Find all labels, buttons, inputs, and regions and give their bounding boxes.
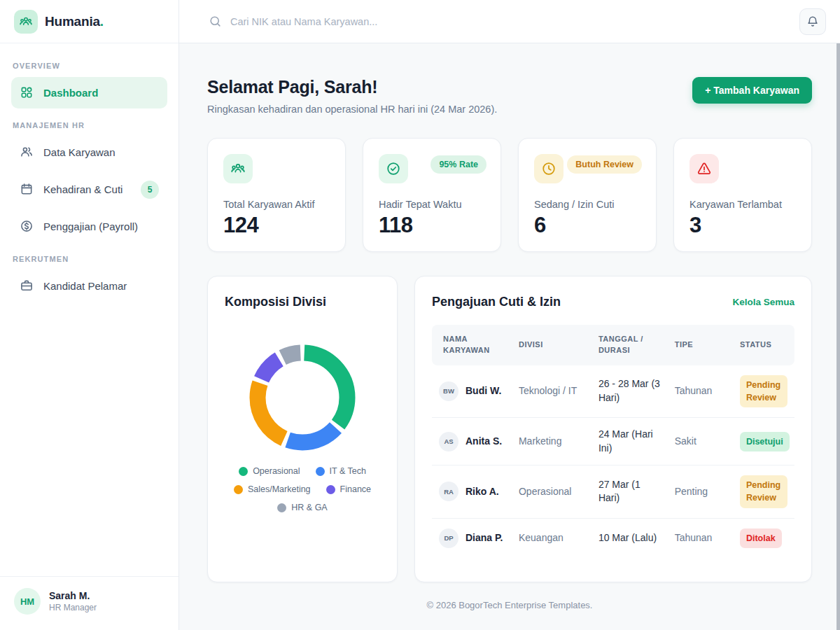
stat-label: Sedang / Izin Cuti xyxy=(534,199,640,210)
notification-count-badge: 5 xyxy=(141,181,159,199)
calendar-icon xyxy=(20,182,34,197)
division-composition-card: Komposisi Divisi OperasionalIT & TechSal… xyxy=(207,276,398,582)
table-title: Pengajuan Cuti & Izin xyxy=(432,295,561,309)
stats-grid: Total Karyawan Aktif 12495% RateHadir Te… xyxy=(207,138,812,252)
users-icon xyxy=(20,145,34,160)
legend-item-operasional: Operasional xyxy=(239,466,300,476)
check-circle-icon xyxy=(379,154,408,183)
vertical-scrollbar[interactable] xyxy=(836,43,840,630)
employee-avatar: DP xyxy=(439,528,458,548)
status-badge: Disetujui xyxy=(740,432,790,451)
date-duration-cell: 27 Mar (1 Hari) xyxy=(592,465,668,518)
main-content: Selamat Pagi, Sarah! Ringkasan kehadiran… xyxy=(179,43,840,630)
nav-section-label: OVERVIEW xyxy=(13,62,166,70)
type-cell: Sakit xyxy=(668,418,733,465)
table-row: RA Riko A. Operasional 27 Mar (1 Hari) P… xyxy=(432,465,794,518)
clock-icon xyxy=(534,154,564,183)
leave-requests-table: NAMA KARYAWANDIVISITANGGAL / DURASITIPES… xyxy=(432,325,794,558)
stat-value: 124 xyxy=(223,213,330,238)
topbar xyxy=(179,0,840,43)
legend-label: Operasional xyxy=(253,466,300,476)
notifications-button[interactable] xyxy=(799,8,826,35)
nav-section-label: MANAJEMEN HR xyxy=(13,121,166,130)
division-cell: Operasional xyxy=(512,465,592,518)
legend-item-it-tech: IT & Tech xyxy=(316,466,366,476)
column-header: DIVISI xyxy=(512,325,592,365)
division-cell: Teknologi / IT xyxy=(512,365,592,418)
leave-requests-card: Pengajuan Cuti & Izin Kelola Semua NAMA … xyxy=(414,276,812,582)
legend-label: Sales/Marketing xyxy=(248,484,311,494)
sidebar-item-data-karyawan[interactable]: Data Karyawan xyxy=(11,136,167,168)
stat-card-karyawan-terlambat: Karyawan Terlambat 3 xyxy=(673,138,812,252)
sidebar-item-kandidat-pelamar[interactable]: Kandidat Pelamar xyxy=(11,270,167,302)
search-icon xyxy=(209,15,222,28)
sidebar-nav: OVERVIEW DashboardMANAJEMEN HR Data Kary… xyxy=(0,43,178,576)
dashboard-grid-icon xyxy=(20,85,34,100)
column-header: TANGGAL / DURASI xyxy=(592,325,668,365)
sidebar-item-label: Penggajian (Payroll) xyxy=(43,218,159,234)
legend-color-dot xyxy=(234,485,243,494)
stat-value: 6 xyxy=(534,213,640,238)
employee-avatar: RA xyxy=(439,482,458,501)
warning-triangle-icon xyxy=(690,154,719,183)
employee-avatar: BW xyxy=(439,382,458,401)
sidebar-item-dashboard[interactable]: Dashboard xyxy=(11,77,167,108)
employee-name: Anita S. xyxy=(465,435,502,449)
sidebar-item-kehadiran-cuti[interactable]: Kehadiran & Cuti5 xyxy=(11,173,167,206)
legend-item-finance: Finance xyxy=(326,484,371,494)
brand-logo: Humania. xyxy=(0,0,178,43)
page-subtitle: Ringkasan kehadiran dan operasional HR h… xyxy=(207,104,497,115)
legend-label: Finance xyxy=(340,484,371,494)
page-title: Selamat Pagi, Sarah! xyxy=(207,77,497,97)
sidebar-user[interactable]: HM Sarah M. HR Manager xyxy=(0,576,178,630)
legend-item-hr-ga: HR & GA xyxy=(277,503,327,512)
employee-name: Budi W. xyxy=(465,384,501,398)
briefcase-icon xyxy=(20,279,34,293)
stat-badge: Butuh Review xyxy=(567,155,642,174)
sidebar-item-penggajian-payroll-[interactable]: Penggajian (Payroll) xyxy=(11,211,167,242)
sidebar: Humania. OVERVIEW DashboardMANAJEMEN HR … xyxy=(0,0,179,630)
nav-section-label: REKRUTMEN xyxy=(13,255,166,263)
date-duration-cell: 24 Mar (Hari Ini) xyxy=(592,418,668,465)
chart-legend: OperasionalIT & TechSales/MarketingFinan… xyxy=(225,466,380,512)
status-badge: Pending Review xyxy=(740,475,788,507)
legend-color-dot xyxy=(277,503,286,512)
status-badge: Pending Review xyxy=(740,375,788,407)
stat-card-sedang-izin-cuti: Butuh ReviewSedang / Izin Cuti 6 xyxy=(518,138,657,252)
sidebar-item-label: Kandidat Pelamar xyxy=(43,278,159,294)
legend-color-dot xyxy=(239,467,248,476)
column-header: STATUS xyxy=(733,325,794,365)
legend-item-sales-marketing: Sales/Marketing xyxy=(234,484,311,494)
stat-value: 3 xyxy=(690,213,796,238)
column-header: TIPE xyxy=(668,325,733,365)
table-row: DP Diana P. Keuangan 10 Mar (Lalu) Tahun… xyxy=(432,518,794,558)
people-group-icon xyxy=(223,154,253,183)
legend-color-dot xyxy=(316,467,325,476)
footer-copyright: © 2026 BogorTech Enterprise Templates. xyxy=(207,600,812,610)
stat-value: 118 xyxy=(379,213,485,238)
employee-name: Riko A. xyxy=(465,485,499,499)
brand-people-icon xyxy=(14,10,38,34)
chart-title: Komposisi Divisi xyxy=(225,295,380,309)
bell-icon xyxy=(806,15,819,28)
sidebar-item-label: Data Karyawan xyxy=(43,144,159,160)
manage-all-link[interactable]: Kelola Semua xyxy=(732,297,794,307)
stat-label: Total Karyawan Aktif xyxy=(223,199,330,210)
add-employee-button[interactable]: + Tambah Karyawan xyxy=(692,77,812,104)
type-cell: Penting xyxy=(668,465,733,518)
table-row: BW Budi W. Teknologi / IT 26 - 28 Mar (3… xyxy=(432,365,794,418)
user-name: Sarah M. xyxy=(49,590,97,601)
avatar: HM xyxy=(14,588,41,615)
stat-card-hadir-tepat-waktu: 95% RateHadir Tepat Waktu 118 xyxy=(363,138,501,252)
stat-label: Hadir Tepat Waktu xyxy=(379,199,485,210)
legend-label: IT & Tech xyxy=(330,466,366,476)
sidebar-item-label: Dashboard xyxy=(43,85,159,101)
employee-avatar: AS xyxy=(439,432,458,451)
type-cell: Tahunan xyxy=(668,518,733,558)
search-input[interactable] xyxy=(230,16,790,27)
stat-badge: 95% Rate xyxy=(430,155,486,174)
division-cell: Marketing xyxy=(512,418,592,465)
column-header: NAMA KARYAWAN xyxy=(432,325,512,365)
sidebar-item-label: Kehadiran & Cuti xyxy=(43,181,132,197)
date-duration-cell: 26 - 28 Mar (3 Hari) xyxy=(592,365,668,418)
